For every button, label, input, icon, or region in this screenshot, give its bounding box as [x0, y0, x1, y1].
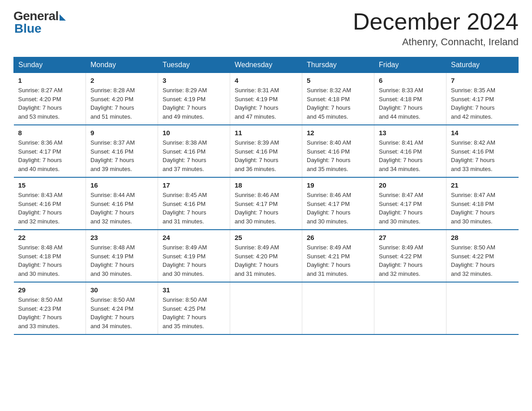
- day-number: 15: [18, 181, 82, 189]
- day-info: Sunrise: 8:49 AMSunset: 4:21 PMDaylight:…: [307, 243, 369, 278]
- day-number: 22: [18, 234, 82, 241]
- day-number: 24: [163, 234, 225, 241]
- day-info: Sunrise: 8:47 AMSunset: 4:18 PMDaylight:…: [451, 191, 514, 226]
- day-cell: 9Sunrise: 8:37 AMSunset: 4:16 PMDaylight…: [86, 125, 158, 177]
- day-cell: [446, 282, 519, 334]
- calendar-body: 1Sunrise: 8:27 AMSunset: 4:20 PMDaylight…: [14, 73, 519, 335]
- day-cell: 29Sunrise: 8:50 AMSunset: 4:23 PMDayligh…: [14, 282, 86, 334]
- day-cell: 17Sunrise: 8:45 AMSunset: 4:16 PMDayligh…: [158, 177, 230, 230]
- day-cell: 5Sunrise: 8:32 AMSunset: 4:18 PMDaylight…: [302, 73, 374, 125]
- day-number: 18: [235, 181, 297, 189]
- day-number: 9: [90, 129, 153, 137]
- day-cell: 12Sunrise: 8:40 AMSunset: 4:16 PMDayligh…: [302, 125, 374, 177]
- day-info: Sunrise: 8:39 AMSunset: 4:16 PMDaylight:…: [235, 138, 297, 173]
- day-number: 14: [451, 129, 514, 137]
- day-number: 30: [90, 286, 153, 294]
- day-info: Sunrise: 8:37 AMSunset: 4:16 PMDaylight:…: [90, 138, 153, 173]
- day-number: 1: [18, 77, 82, 84]
- day-cell: 18Sunrise: 8:46 AMSunset: 4:17 PMDayligh…: [230, 177, 302, 230]
- day-number: 16: [90, 181, 153, 189]
- day-info: Sunrise: 8:28 AMSunset: 4:20 PMDaylight:…: [90, 86, 153, 121]
- day-info: Sunrise: 8:31 AMSunset: 4:19 PMDaylight:…: [235, 86, 297, 121]
- day-number: 4: [235, 77, 297, 84]
- day-number: 11: [235, 129, 297, 137]
- day-cell: 28Sunrise: 8:50 AMSunset: 4:22 PMDayligh…: [446, 230, 519, 282]
- day-info: Sunrise: 8:36 AMSunset: 4:17 PMDaylight:…: [18, 138, 82, 173]
- day-cell: 4Sunrise: 8:31 AMSunset: 4:19 PMDaylight…: [230, 73, 302, 125]
- day-info: Sunrise: 8:49 AMSunset: 4:22 PMDaylight:…: [379, 243, 442, 278]
- day-number: 23: [90, 234, 153, 241]
- header-cell-friday: Friday: [374, 57, 446, 73]
- day-cell: [230, 282, 302, 334]
- day-cell: 10Sunrise: 8:38 AMSunset: 4:16 PMDayligh…: [158, 125, 230, 177]
- day-number: 8: [18, 129, 82, 137]
- header-cell-tuesday: Tuesday: [158, 57, 230, 73]
- day-cell: 13Sunrise: 8:41 AMSunset: 4:16 PMDayligh…: [374, 125, 446, 177]
- day-number: 27: [379, 234, 442, 241]
- day-cell: [302, 282, 374, 334]
- day-info: Sunrise: 8:42 AMSunset: 4:16 PMDaylight:…: [451, 138, 514, 173]
- day-info: Sunrise: 8:48 AMSunset: 4:18 PMDaylight:…: [18, 243, 82, 278]
- week-row-3: 15Sunrise: 8:43 AMSunset: 4:16 PMDayligh…: [14, 177, 519, 230]
- day-cell: 19Sunrise: 8:46 AMSunset: 4:17 PMDayligh…: [302, 177, 374, 230]
- day-number: 21: [451, 181, 514, 189]
- day-info: Sunrise: 8:44 AMSunset: 4:16 PMDaylight:…: [90, 191, 153, 226]
- week-row-2: 8Sunrise: 8:36 AMSunset: 4:17 PMDaylight…: [14, 125, 519, 177]
- day-number: 26: [307, 234, 369, 241]
- day-cell: 11Sunrise: 8:39 AMSunset: 4:16 PMDayligh…: [230, 125, 302, 177]
- day-info: Sunrise: 8:49 AMSunset: 4:20 PMDaylight:…: [235, 243, 297, 278]
- calendar-table: SundayMondayTuesdayWednesdayThursdayFrid…: [13, 57, 519, 335]
- week-row-5: 29Sunrise: 8:50 AMSunset: 4:23 PMDayligh…: [14, 282, 519, 334]
- day-cell: 15Sunrise: 8:43 AMSunset: 4:16 PMDayligh…: [14, 177, 86, 230]
- day-info: Sunrise: 8:35 AMSunset: 4:17 PMDaylight:…: [451, 86, 514, 121]
- day-cell: 31Sunrise: 8:50 AMSunset: 4:25 PMDayligh…: [158, 282, 230, 334]
- day-info: Sunrise: 8:50 AMSunset: 4:22 PMDaylight:…: [451, 243, 514, 278]
- day-cell: 27Sunrise: 8:49 AMSunset: 4:22 PMDayligh…: [374, 230, 446, 282]
- day-info: Sunrise: 8:46 AMSunset: 4:17 PMDaylight:…: [235, 191, 297, 226]
- day-cell: 22Sunrise: 8:48 AMSunset: 4:18 PMDayligh…: [14, 230, 86, 282]
- day-cell: 20Sunrise: 8:47 AMSunset: 4:17 PMDayligh…: [374, 177, 446, 230]
- day-cell: 3Sunrise: 8:29 AMSunset: 4:19 PMDaylight…: [158, 73, 230, 125]
- logo-arrow-icon: [60, 14, 66, 21]
- header-cell-sunday: Sunday: [14, 57, 86, 73]
- day-info: Sunrise: 8:50 AMSunset: 4:25 PMDaylight:…: [163, 295, 225, 330]
- header-cell-wednesday: Wednesday: [230, 57, 302, 73]
- day-info: Sunrise: 8:29 AMSunset: 4:19 PMDaylight:…: [163, 86, 225, 121]
- day-cell: 16Sunrise: 8:44 AMSunset: 4:16 PMDayligh…: [86, 177, 158, 230]
- day-cell: 8Sunrise: 8:36 AMSunset: 4:17 PMDaylight…: [14, 125, 86, 177]
- day-number: 7: [451, 77, 514, 84]
- day-cell: 30Sunrise: 8:50 AMSunset: 4:24 PMDayligh…: [86, 282, 158, 334]
- day-cell: 23Sunrise: 8:48 AMSunset: 4:19 PMDayligh…: [86, 230, 158, 282]
- logo: General Blue: [13, 9, 66, 36]
- day-cell: 1Sunrise: 8:27 AMSunset: 4:20 PMDaylight…: [14, 73, 86, 125]
- day-info: Sunrise: 8:48 AMSunset: 4:19 PMDaylight:…: [90, 243, 153, 278]
- day-cell: 26Sunrise: 8:49 AMSunset: 4:21 PMDayligh…: [302, 230, 374, 282]
- day-number: 17: [163, 181, 225, 189]
- page-header: General Blue December 2024 Athenry, Conn…: [13, 9, 519, 48]
- day-info: Sunrise: 8:43 AMSunset: 4:16 PMDaylight:…: [18, 191, 82, 226]
- header-cell-thursday: Thursday: [302, 57, 374, 73]
- day-info: Sunrise: 8:50 AMSunset: 4:23 PMDaylight:…: [18, 295, 82, 330]
- header-cell-monday: Monday: [86, 57, 158, 73]
- day-number: 3: [163, 77, 225, 84]
- day-cell: 21Sunrise: 8:47 AMSunset: 4:18 PMDayligh…: [446, 177, 519, 230]
- day-info: Sunrise: 8:41 AMSunset: 4:16 PMDaylight:…: [379, 138, 442, 173]
- day-info: Sunrise: 8:47 AMSunset: 4:17 PMDaylight:…: [379, 191, 442, 226]
- day-number: 10: [163, 129, 225, 137]
- day-info: Sunrise: 8:33 AMSunset: 4:18 PMDaylight:…: [379, 86, 442, 121]
- title-block: December 2024 Athenry, Connacht, Ireland: [353, 9, 519, 48]
- calendar-header: SundayMondayTuesdayWednesdayThursdayFrid…: [14, 57, 519, 73]
- day-number: 12: [307, 129, 369, 137]
- header-cell-saturday: Saturday: [446, 57, 519, 73]
- day-cell: 25Sunrise: 8:49 AMSunset: 4:20 PMDayligh…: [230, 230, 302, 282]
- day-cell: 24Sunrise: 8:49 AMSunset: 4:19 PMDayligh…: [158, 230, 230, 282]
- day-cell: 6Sunrise: 8:33 AMSunset: 4:18 PMDaylight…: [374, 73, 446, 125]
- day-info: Sunrise: 8:32 AMSunset: 4:18 PMDaylight:…: [307, 86, 369, 121]
- day-info: Sunrise: 8:27 AMSunset: 4:20 PMDaylight:…: [18, 86, 82, 121]
- day-info: Sunrise: 8:38 AMSunset: 4:16 PMDaylight:…: [163, 138, 225, 173]
- week-row-1: 1Sunrise: 8:27 AMSunset: 4:20 PMDaylight…: [14, 73, 519, 125]
- day-number: 5: [307, 77, 369, 84]
- day-number: 6: [379, 77, 442, 84]
- day-number: 25: [235, 234, 297, 241]
- logo-blue-text: Blue: [14, 21, 42, 36]
